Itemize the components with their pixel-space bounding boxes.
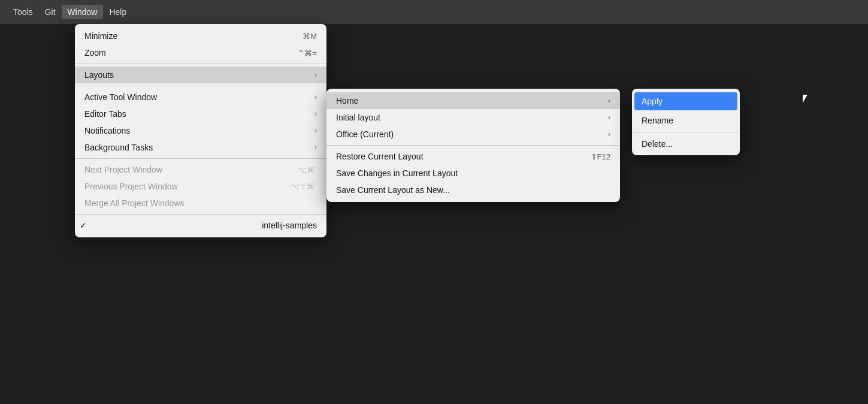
layouts-save-new-label: Save Current Layout as New...	[336, 185, 450, 195]
home-rename-label: Rename	[642, 116, 673, 125]
menu-prev-project-shortcut: ⌥⇧⌘`	[291, 182, 317, 191]
layouts-save-new[interactable]: Save Current Layout as New...	[326, 182, 620, 198]
layouts-home[interactable]: Home ›	[326, 92, 620, 109]
layouts-restore[interactable]: Restore Current Layout ⇧F12	[326, 148, 620, 165]
layouts-office[interactable]: Office (Current) ›	[326, 126, 620, 143]
menu-editor-tabs-chevron: ›	[314, 110, 317, 118]
menu-editor-tabs-label: Editor Tabs	[84, 109, 126, 119]
sep4	[75, 214, 326, 215]
layouts-home-chevron: ›	[608, 97, 610, 105]
menu-notifications-label: Notifications	[84, 126, 130, 135]
layouts-restore-shortcut: ⇧F12	[591, 152, 610, 161]
layouts-save-changes-label: Save Changes in Current Layout	[336, 168, 458, 178]
menu-next-project-label: Next Project Window	[84, 165, 162, 174]
checkmark-icon: ✓	[80, 221, 87, 230]
menu-prev-project-label: Previous Project Window	[84, 182, 178, 191]
menu-project-name-label: intellij-samples	[262, 221, 317, 230]
layouts-initial-chevron: ›	[608, 113, 610, 122]
menubar-window[interactable]: Window	[62, 5, 104, 19]
window-menu-dropdown: Minimize ⌘M Zoom ⌃⌘= Layouts › Active To…	[75, 24, 326, 237]
menu-notifications-chevron: ›	[314, 126, 317, 135]
menu-background-tasks-chevron: ›	[314, 143, 317, 152]
menu-layouts[interactable]: Layouts ›	[75, 67, 326, 83]
menu-background-tasks-label: Background Tasks	[84, 143, 153, 152]
layouts-office-chevron: ›	[608, 130, 610, 138]
menubar-tools[interactable]: Tools	[7, 5, 39, 19]
home-rename[interactable]: Rename	[632, 111, 740, 129]
layouts-initial-label: Initial layout	[336, 113, 380, 122]
menu-layouts-chevron: ›	[314, 71, 317, 79]
home-sep1	[632, 132, 740, 132]
menu-minimize-label: Minimize	[84, 31, 117, 41]
menubar-help[interactable]: Help	[103, 5, 132, 19]
menu-active-tool-window[interactable]: Active Tool Window ›	[75, 89, 326, 105]
menu-active-tool-window-label: Active Tool Window	[84, 92, 157, 102]
menu-zoom-shortcut: ⌃⌘=	[298, 49, 317, 58]
menu-minimize-shortcut: ⌘M	[303, 32, 317, 41]
layouts-initial[interactable]: Initial layout ›	[326, 109, 620, 126]
home-submenu-dropdown: Apply Rename Delete...	[632, 89, 740, 155]
menubar: Tools Git Window Help	[0, 0, 868, 24]
menu-next-project: Next Project Window ⌥⌘`	[75, 161, 326, 178]
menu-zoom-label: Zoom	[84, 48, 106, 58]
home-delete-label: Delete...	[642, 139, 673, 149]
menubar-git[interactable]: Git	[39, 5, 62, 19]
layouts-restore-label: Restore Current Layout	[336, 152, 424, 161]
sep1	[75, 64, 326, 64]
menu-background-tasks[interactable]: Background Tasks ›	[75, 139, 326, 156]
home-apply-label: Apply	[642, 97, 663, 106]
cursor	[803, 95, 815, 109]
menu-minimize[interactable]: Minimize ⌘M	[75, 28, 326, 44]
menu-prev-project: Previous Project Window ⌥⇧⌘`	[75, 178, 326, 195]
layouts-sep1	[326, 145, 620, 146]
menu-editor-tabs[interactable]: Editor Tabs ›	[75, 105, 326, 122]
menu-next-project-shortcut: ⌥⌘`	[298, 165, 317, 174]
layouts-office-label: Office (Current)	[336, 129, 394, 139]
home-delete[interactable]: Delete...	[632, 135, 740, 153]
menu-merge-windows: Merge All Project Windows	[75, 195, 326, 212]
layouts-menu-dropdown: Home › Initial layout › Office (Current)…	[326, 89, 620, 202]
menu-zoom[interactable]: Zoom ⌃⌘=	[75, 44, 326, 61]
sep2	[75, 86, 326, 86]
layouts-home-label: Home	[336, 96, 358, 105]
home-apply[interactable]: Apply	[634, 92, 737, 110]
sep3	[75, 158, 326, 159]
menu-project-name[interactable]: ✓ intellij-samples	[75, 217, 326, 234]
menu-active-tool-chevron: ›	[314, 93, 317, 101]
menu-merge-windows-label: Merge All Project Windows	[84, 198, 185, 208]
menu-layouts-label: Layouts	[84, 70, 114, 80]
layouts-save-changes[interactable]: Save Changes in Current Layout	[326, 165, 620, 182]
menu-notifications[interactable]: Notifications ›	[75, 122, 326, 139]
